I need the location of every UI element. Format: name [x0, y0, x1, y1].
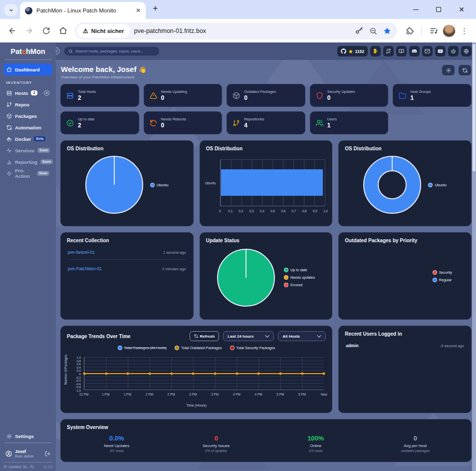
stat-needs-reboots[interactable]: Needs Reboots0	[144, 111, 223, 134]
time-range-select[interactable]: Last 24 hours	[223, 331, 274, 341]
legend-item[interactable]: Total Outdated Packages	[175, 346, 222, 350]
sidebar-item-dashboard[interactable]: Dashboard	[3, 63, 52, 75]
bar[interactable]	[221, 169, 323, 195]
data-point[interactable]	[83, 372, 86, 375]
stat-security-updates[interactable]: Security Updates0	[310, 84, 389, 107]
gear-icon	[446, 68, 451, 73]
passwords-key-icon[interactable]	[355, 26, 363, 35]
docker-icon	[6, 136, 12, 142]
host-link[interactable]: pve-beszel-01	[68, 250, 95, 255]
metric-sub: outdated packages	[366, 449, 466, 453]
data-point[interactable]	[127, 372, 129, 375]
global-search[interactable]	[64, 46, 160, 56]
stat-needs-updating[interactable]: Needs Updating0	[144, 84, 223, 107]
data-point[interactable]	[301, 372, 303, 375]
reload-icon	[42, 27, 50, 35]
trends-refresh-button[interactable]: Refresh	[190, 331, 220, 341]
refresh-icon[interactable]	[30, 465, 34, 469]
roadmap-button[interactable]	[383, 46, 394, 56]
stat-users[interactable]: Users1	[310, 111, 389, 134]
sidebar-item-hosts[interactable]: Hosts 2 +	[3, 87, 52, 98]
host-link[interactable]: pve-PatchMon-01	[68, 266, 102, 271]
data-point[interactable]	[148, 372, 151, 375]
security-chip[interactable]: ⚠ Nicht sicher	[77, 24, 130, 38]
forward-button[interactable]	[21, 23, 37, 39]
profile-avatar[interactable]	[443, 24, 456, 37]
data-point[interactable]	[105, 372, 107, 375]
dashboard-refresh-button[interactable]	[459, 65, 471, 75]
discord-button[interactable]	[409, 46, 420, 56]
legend-item[interactable]: Ubuntu	[150, 183, 169, 187]
logout-button[interactable]	[45, 451, 50, 457]
trends-line-chart[interactable]	[84, 357, 324, 390]
legend-item[interactable]: Total Security Packages	[230, 346, 275, 350]
stat-total-hosts[interactable]: Total Hosts2	[60, 84, 139, 107]
dashboard-settings-button[interactable]	[442, 65, 455, 75]
address-bar[interactable]: ⚠ Nicht sicher pve-patchmon-01.fritz.box	[75, 22, 397, 39]
data-point[interactable]	[257, 372, 260, 375]
stat-up-to-date[interactable]: Up to date2	[60, 111, 139, 134]
metric-value: 100%	[266, 435, 366, 442]
extensions-button[interactable]	[401, 23, 417, 39]
sidebar-item-automation[interactable]: Automation	[3, 122, 52, 133]
maximize-button[interactable]	[427, 0, 450, 19]
close-button[interactable]: ✕	[450, 0, 473, 19]
stat-repositories[interactable]: Repositories4	[227, 111, 305, 134]
data-point[interactable]	[323, 372, 325, 375]
sidebar-item-services[interactable]: Services Soon	[3, 145, 52, 156]
reddit-button[interactable]	[448, 46, 459, 56]
docs-button[interactable]	[396, 46, 407, 56]
sidebar-item-repos[interactable]: Repos	[3, 99, 52, 110]
os-pie-chart[interactable]	[85, 156, 143, 214]
youtube-button[interactable]	[435, 46, 446, 56]
media-controls-button[interactable]	[426, 23, 442, 39]
reload-button[interactable]	[38, 23, 54, 39]
website-button[interactable]	[461, 46, 472, 56]
patchmon-logo[interactable]: PatchMon	[3, 46, 52, 58]
bookmark-star-icon[interactable]	[383, 27, 391, 35]
tab-close-icon[interactable]: ✕	[136, 7, 141, 14]
legend-item[interactable]: Needs updates	[284, 275, 315, 280]
data-point[interactable]	[236, 372, 238, 375]
os-bar-chart[interactable]	[220, 159, 326, 206]
sidebar-item-pro-action[interactable]: Pro-Action Soon	[3, 168, 52, 179]
browser-tab[interactable]: PatchMon - Linux Patch Monito ✕	[20, 2, 146, 19]
url-text[interactable]: pve-patchmon-01.fritz.box	[134, 27, 349, 34]
browser-menu-button[interactable]: ⋮	[457, 26, 472, 35]
legend-item[interactable]: Security	[433, 270, 452, 275]
data-point[interactable]	[170, 372, 173, 375]
stat-outdated-packages[interactable]: Outdated Packages0	[227, 84, 305, 107]
new-tab-button[interactable]: +	[153, 3, 158, 14]
scrollbar-thumb[interactable]	[473, 44, 476, 171]
legend-item[interactable]: Total Packages (All Hosts)	[118, 346, 167, 350]
zoom-icon[interactable]	[369, 27, 377, 35]
email-button[interactable]	[422, 46, 433, 56]
data-point[interactable]	[214, 372, 216, 375]
legend-item[interactable]: Regular	[433, 278, 452, 282]
legend-item[interactable]: Errored	[284, 283, 315, 287]
tab-search-button[interactable]	[4, 4, 17, 16]
data-point[interactable]	[279, 372, 281, 375]
sidebar-item-packages[interactable]: Packages	[3, 110, 52, 121]
sidebar-item-settings[interactable]: Settings	[3, 431, 52, 442]
search-input[interactable]	[75, 49, 155, 53]
back-button[interactable]	[4, 23, 20, 39]
page-scrollbar[interactable]	[472, 42, 476, 471]
minimize-button[interactable]	[404, 0, 427, 19]
stat-host-groups[interactable]: Host Groups1	[393, 84, 472, 107]
legend-item[interactable]: Up to date	[284, 268, 315, 272]
legend-item[interactable]: Ubuntu	[428, 183, 447, 187]
data-point[interactable]	[192, 372, 195, 375]
patchmon-app: PatchMon Dashboard INVENTORY Hosts 2 + R…	[0, 42, 476, 471]
axis-tick: 3 PM	[211, 393, 219, 396]
home-button[interactable]	[55, 23, 71, 39]
os-doughnut-chart[interactable]	[363, 156, 421, 214]
donate-beer-button[interactable]	[370, 46, 381, 56]
sidebar-item-docker[interactable]: Docker Beta	[3, 133, 52, 144]
hosts-filter-select[interactable]: All Hosts	[278, 331, 326, 341]
sidebar-user[interactable]: Josef Role: Admin	[3, 447, 52, 461]
github-stars-button[interactable]: 1152	[337, 46, 368, 56]
sidebar-item-reporting[interactable]: Reporting Soon	[3, 156, 52, 167]
add-host-button[interactable]: +	[44, 90, 49, 96]
update-status-pie-chart[interactable]	[217, 249, 275, 307]
